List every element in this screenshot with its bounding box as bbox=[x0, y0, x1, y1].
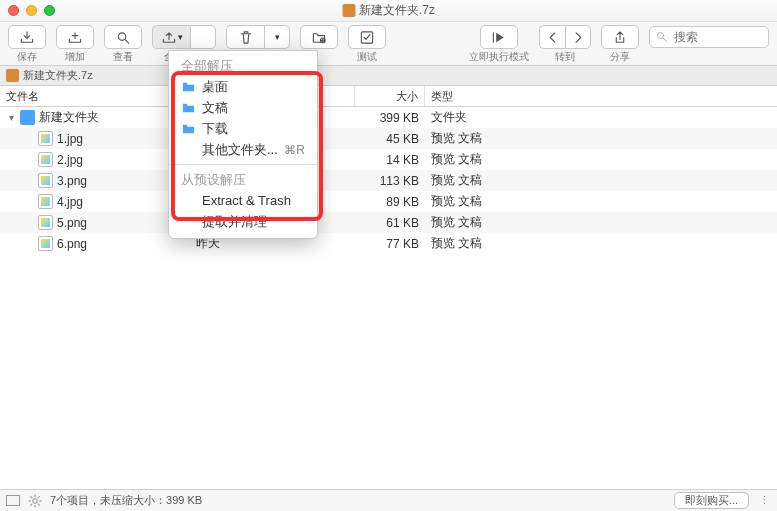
magnifier-icon bbox=[115, 30, 131, 45]
close-window-button[interactable] bbox=[8, 5, 19, 16]
file-row[interactable]: 4.jpg89 KB预览 文稿 bbox=[0, 191, 777, 212]
gear-icon[interactable] bbox=[28, 494, 42, 508]
tray-plus-icon bbox=[67, 30, 83, 45]
view-label: 查看 bbox=[113, 50, 133, 64]
column-kind[interactable]: 类型 bbox=[425, 86, 777, 106]
column-size[interactable]: 大小 bbox=[355, 86, 425, 106]
file-list[interactable]: ▾新建文件夹399 KB文件夹 1.jpg45 KB预览 文稿 2.jpg14 … bbox=[0, 107, 777, 489]
file-row[interactable]: 1.jpg45 KB预览 文稿 bbox=[0, 128, 777, 149]
add-label: 增加 bbox=[65, 50, 85, 64]
file-row[interactable]: 3.png113 KB预览 文稿 bbox=[0, 170, 777, 191]
image-file-icon bbox=[38, 152, 53, 167]
window-title: 新建文件夹.7z bbox=[359, 2, 435, 19]
menu-item[interactable]: 提取并清理 bbox=[169, 211, 317, 232]
extract-all-button[interactable]: ▾ bbox=[152, 25, 190, 49]
tray-down-icon bbox=[19, 30, 35, 45]
blank-icon bbox=[181, 142, 196, 157]
disclosure-triangle[interactable]: ▾ bbox=[6, 112, 16, 123]
checkbox-icon bbox=[359, 30, 375, 45]
delete-menu-button[interactable]: ▾ bbox=[264, 25, 290, 49]
file-row[interactable]: ▾新建文件夹399 KB文件夹 bbox=[0, 107, 777, 128]
menu-item-label: 文稿 bbox=[202, 99, 228, 117]
trash-icon bbox=[238, 30, 254, 45]
file-kind: 预览 文稿 bbox=[425, 235, 777, 252]
status-summary: 7个项目，未压缩大小：399 KB bbox=[50, 493, 202, 508]
menu-item[interactable]: 下载 bbox=[169, 118, 317, 139]
back-button[interactable] bbox=[539, 25, 565, 49]
test-button[interactable] bbox=[348, 25, 386, 49]
image-file-icon bbox=[38, 173, 53, 188]
new-folder-button[interactable] bbox=[300, 25, 338, 49]
extract-destination-menu: 全部解压 桌面文稿下载其他文件夹...⌘R 从预设解压 Extract & Tr… bbox=[168, 50, 318, 239]
path-label: 新建文件夹.7z bbox=[23, 68, 93, 83]
file-name: 5.png bbox=[57, 216, 87, 230]
chevron-right-icon bbox=[570, 30, 586, 45]
save-label: 保存 bbox=[17, 50, 37, 64]
folder-plus-icon bbox=[311, 30, 327, 45]
add-button[interactable] bbox=[56, 25, 94, 49]
file-kind: 预览 文稿 bbox=[425, 130, 777, 147]
menu-item[interactable]: 文稿 bbox=[169, 97, 317, 118]
file-size: 89 KB bbox=[355, 195, 425, 209]
titlebar: 新建文件夹.7z bbox=[0, 0, 777, 22]
svg-marker-3 bbox=[496, 32, 504, 41]
column-header-row: 文件名 大小 类型 bbox=[0, 86, 777, 107]
forward-button[interactable] bbox=[565, 25, 591, 49]
file-kind: 文件夹 bbox=[425, 109, 777, 126]
menu-section-header: 全部解压 bbox=[169, 55, 317, 76]
file-size: 14 KB bbox=[355, 153, 425, 167]
minimize-window-button[interactable] bbox=[26, 5, 37, 16]
menu-item[interactable]: 桌面 bbox=[169, 76, 317, 97]
run-mode-label: 立即执行模式 bbox=[469, 50, 529, 64]
folder-icon bbox=[181, 79, 196, 94]
save-button[interactable] bbox=[8, 25, 46, 49]
file-row[interactable]: 6.png昨天77 KB预览 文稿 bbox=[0, 233, 777, 254]
menu-item-label: 下载 bbox=[202, 120, 228, 138]
chevron-down-icon: ▾ bbox=[178, 32, 183, 42]
menu-item[interactable]: 其他文件夹...⌘R bbox=[169, 139, 317, 160]
chevron-left-icon bbox=[545, 30, 561, 45]
file-kind: 预览 文稿 bbox=[425, 214, 777, 231]
play-icon bbox=[491, 30, 507, 45]
file-name: 3.png bbox=[57, 174, 87, 188]
menu-item-label: 桌面 bbox=[202, 78, 228, 96]
zoom-window-button[interactable] bbox=[44, 5, 55, 16]
menu-shortcut: ⌘R bbox=[284, 143, 305, 157]
file-kind: 预览 文稿 bbox=[425, 151, 777, 168]
menu-item-label: 提取并清理 bbox=[202, 213, 267, 231]
svg-point-5 bbox=[33, 498, 37, 502]
test-label: 测试 bbox=[357, 50, 377, 64]
extract-all-menu-button[interactable] bbox=[190, 25, 216, 49]
run-mode-button[interactable] bbox=[480, 25, 518, 49]
image-file-icon bbox=[38, 194, 53, 209]
image-file-icon bbox=[38, 131, 53, 146]
resize-handle-icon: ⋮ bbox=[757, 494, 771, 507]
search-field[interactable] bbox=[649, 26, 769, 48]
goto-label: 转到 bbox=[555, 50, 575, 64]
menu-separator bbox=[169, 164, 317, 165]
file-row[interactable]: 5.png昨天61 KB预览 文稿 bbox=[0, 212, 777, 233]
delete-button[interactable] bbox=[226, 25, 264, 49]
file-row[interactable]: 2.jpg14 KB预览 文稿 bbox=[0, 149, 777, 170]
search-icon bbox=[656, 31, 668, 43]
folder-icon bbox=[20, 110, 35, 125]
layout-icon[interactable] bbox=[6, 495, 20, 506]
view-button[interactable] bbox=[104, 25, 142, 49]
menu-item-label: 其他文件夹... bbox=[202, 141, 278, 159]
archive-icon bbox=[342, 4, 355, 17]
menu-item-label: Extract & Trash bbox=[202, 193, 291, 208]
menu-item[interactable]: Extract & Trash bbox=[169, 190, 317, 211]
file-size: 45 KB bbox=[355, 132, 425, 146]
share-button[interactable] bbox=[601, 25, 639, 49]
file-kind: 预览 文稿 bbox=[425, 193, 777, 210]
file-size: 399 KB bbox=[355, 111, 425, 125]
path-bar[interactable]: 新建文件夹.7z bbox=[0, 66, 777, 86]
file-size: 77 KB bbox=[355, 237, 425, 251]
search-input[interactable] bbox=[672, 29, 752, 45]
archive-icon bbox=[6, 69, 19, 82]
toolbar: 保存 增加 查看 ▾ bbox=[0, 22, 777, 66]
buy-button[interactable]: 即刻购买... bbox=[674, 492, 749, 509]
file-name: 1.jpg bbox=[57, 132, 83, 146]
image-file-icon bbox=[38, 215, 53, 230]
file-name: 2.jpg bbox=[57, 153, 83, 167]
